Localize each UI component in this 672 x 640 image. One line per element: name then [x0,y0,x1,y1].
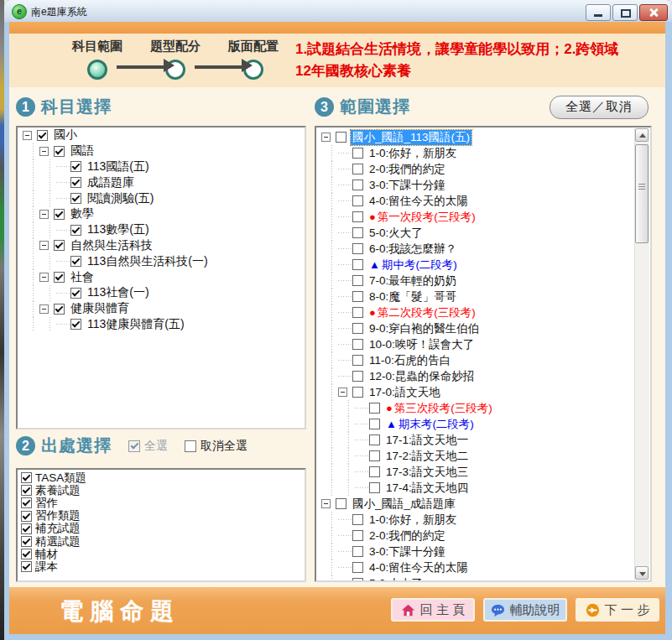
tree-node[interactable]: 113數學(五) [18,222,305,238]
select-all-toggle-button[interactable]: 全選／取消 [550,96,649,119]
node-checkbox[interactable] [352,211,363,222]
item-checkbox[interactable] [21,536,32,547]
tree-node[interactable]: 國小_國語_成語題庫 [316,496,633,512]
subject-tree[interactable]: 國小國語113國語(五)成語題庫閱讀測驗(五)數學113數學(五)自然與生活科技… [16,126,306,429]
tree-node-label[interactable]: 10-0:唉呀！誤會大了 [367,337,476,352]
expand-toggle-icon[interactable] [39,241,49,250]
minimize-button[interactable] [586,4,611,21]
tree-node-label[interactable]: 8-0:魔「髮」哥哥 [367,289,458,304]
tree-node[interactable]: 7-0:最年輕的奶奶 [316,273,633,289]
tree-node[interactable]: 閱讀測驗(五) [18,190,305,206]
node-checkbox[interactable] [352,291,363,302]
tree-node[interactable]: 2-0:我們的約定 [316,528,633,544]
item-checkbox[interactable] [21,485,32,496]
tree-node-label[interactable]: ●第三次段考(三段考) [384,401,494,416]
list-item[interactable]: 精選試題 [18,535,305,548]
node-checkbox[interactable] [352,530,363,541]
tree-node[interactable]: 5-0:火大了 [316,575,633,582]
deselect-all-control[interactable]: 取消全選 [185,439,247,454]
node-checkbox[interactable] [54,240,65,251]
node-checkbox[interactable] [369,434,380,445]
tree-node[interactable]: 4-0:留住今天的太陽 [316,559,633,575]
expand-toggle-icon[interactable] [39,147,49,156]
expand-toggle-icon[interactable] [321,133,331,142]
node-checkbox[interactable] [352,195,363,206]
tree-node[interactable]: 數學 [18,206,305,222]
item-checkbox[interactable] [21,561,32,572]
tree-node[interactable]: 17-1:語文天地一 [316,432,633,448]
step-question-allocation[interactable]: 題型配分 [138,39,213,80]
tree-node[interactable]: 2-0:我們的約定 [316,161,633,177]
node-checkbox[interactable] [70,225,81,236]
node-checkbox[interactable] [352,275,363,286]
node-checkbox[interactable] [369,403,380,414]
node-checkbox[interactable] [352,371,363,382]
tree-node[interactable]: 1-0:你好，新朋友 [316,145,633,161]
node-checkbox[interactable] [336,132,346,143]
scroll-up-button[interactable] [635,128,649,142]
list-item[interactable]: 課本 [18,560,305,573]
step-subject-range[interactable]: 科目範圍 [60,39,135,80]
tree-node[interactable]: ▲期末考(二段考) [316,416,633,432]
node-checkbox[interactable] [54,146,65,157]
item-checkbox[interactable] [21,497,32,508]
tree-node[interactable]: 健康與體育 [18,301,305,317]
tree-node[interactable]: 11-0:石虎的告白 [316,352,633,368]
step-layout-config[interactable]: 版面配置 [216,39,291,80]
tree-node-label[interactable]: 成語題庫 [86,175,136,190]
home-button[interactable]: 回 主 頁 [391,598,475,622]
tree-node-label[interactable]: 國小_國語_113國語(五) [351,130,471,145]
tree-node-label[interactable]: 1-0:你好，新朋友 [367,146,458,161]
item-checkbox[interactable] [21,511,32,522]
tree-node-label[interactable]: 5-0:火大了 [367,226,425,241]
tree-node[interactable]: 5-0:火大了 [316,225,633,241]
next-button[interactable]: 下 一 步 [576,598,659,622]
tree-node-label[interactable]: ●第二次段考(三段考) [367,305,477,320]
select-all-control[interactable]: 全選 [128,439,168,454]
tree-node-label[interactable]: 17-1:語文天地一 [384,433,470,448]
tree-node[interactable]: ▲期中考(二段考) [316,257,633,273]
tree-node-label[interactable]: 12-0:昆蟲的保命妙招 [367,369,476,384]
item-checkbox[interactable] [21,472,32,483]
node-checkbox[interactable] [352,339,363,350]
tree-node[interactable]: ●第二次段考(三段考) [316,304,633,320]
node-checkbox[interactable] [70,161,81,172]
tree-node[interactable]: 12-0:昆蟲的保命妙招 [316,368,633,384]
tree-node[interactable]: ●第一次段考(三段考) [316,209,633,225]
scrollbar-thumb[interactable] [635,144,649,243]
tree-node-label[interactable]: 閱讀測驗(五) [86,191,155,206]
tree-node[interactable]: 113健康與體育(五) [18,317,305,333]
tree-node[interactable]: 8-0:魔「髮」哥哥 [316,289,633,304]
tree-node-label[interactable]: 數學 [69,206,96,221]
tree-node[interactable]: 國小 [18,127,305,143]
tree-node-label[interactable]: 17-4:語文天地四 [384,481,470,496]
node-checkbox[interactable] [352,227,363,238]
tree-node-label[interactable]: 17-3:語文天地三 [384,465,470,480]
node-checkbox[interactable] [70,256,81,267]
node-checkbox[interactable] [37,130,48,141]
expand-toggle-icon[interactable] [39,304,49,314]
node-checkbox[interactable] [352,546,363,557]
tree-node[interactable]: 成語題庫 [18,174,305,190]
tree-node-label[interactable]: 4-0:留住今天的太陽 [367,194,470,209]
tree-node-label[interactable]: ●第一次段考(三段考) [367,210,477,225]
node-checkbox[interactable] [352,355,363,366]
tree-node-label[interactable]: 7-0:最年輕的奶奶 [367,273,458,289]
scroll-down-button[interactable] [635,566,649,580]
node-checkbox[interactable] [369,482,380,493]
tree-node[interactable]: 1-0:你好，新朋友 [316,512,633,528]
tree-node[interactable]: 國語 [18,143,305,159]
node-checkbox[interactable] [352,562,363,573]
node-checkbox[interactable] [352,387,363,398]
tree-node-label[interactable]: 國小 [52,127,79,143]
help-button[interactable]: 輔助說明 [483,598,567,622]
expand-toggle-icon[interactable] [321,499,331,508]
tree-node[interactable]: 6-0:我該怎麼辦？ [316,241,633,257]
range-tree[interactable]: 國小_國語_113國語(五)1-0:你好，新朋友2-0:我們的約定3-0:下課十… [316,129,650,582]
select-all-checkbox[interactable] [128,440,140,452]
tree-node[interactable]: 17-2:語文天地二 [316,448,633,464]
node-checkbox[interactable] [352,180,363,190]
close-button[interactable] [639,4,668,21]
node-checkbox[interactable] [352,578,363,582]
source-list[interactable]: TASA類題素養試題習作習作類題補充試題精選試題輔材課本 [16,468,306,582]
